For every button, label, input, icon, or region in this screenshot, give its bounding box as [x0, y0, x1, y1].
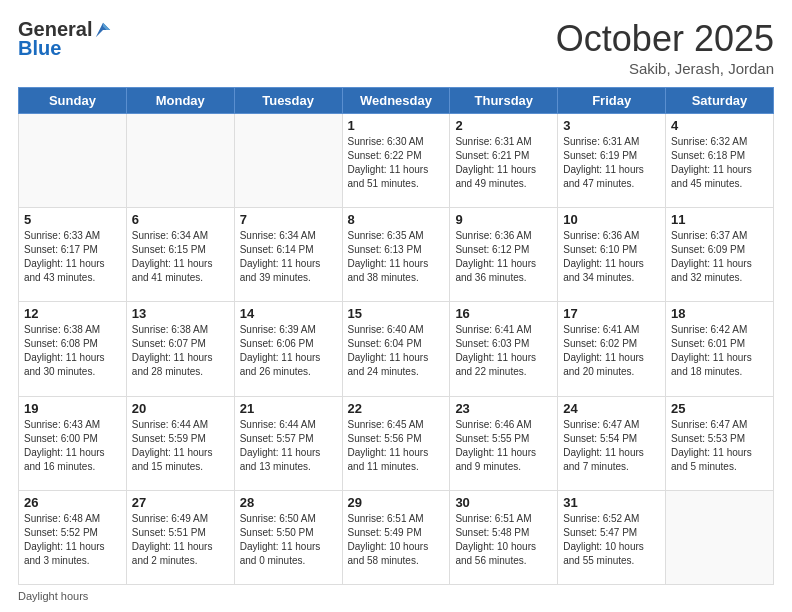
day-number: 10 — [563, 212, 660, 227]
calendar-day: 27Sunrise: 6:49 AM Sunset: 5:51 PM Dayli… — [126, 490, 234, 584]
day-info: Sunrise: 6:41 AM Sunset: 6:02 PM Dayligh… — [563, 323, 660, 379]
day-number: 27 — [132, 495, 229, 510]
calendar-week-2: 12Sunrise: 6:38 AM Sunset: 6:08 PM Dayli… — [19, 302, 774, 396]
day-number: 31 — [563, 495, 660, 510]
calendar-table: SundayMondayTuesdayWednesdayThursdayFrid… — [18, 87, 774, 585]
day-number: 30 — [455, 495, 552, 510]
day-info: Sunrise: 6:41 AM Sunset: 6:03 PM Dayligh… — [455, 323, 552, 379]
calendar-day: 22Sunrise: 6:45 AM Sunset: 5:56 PM Dayli… — [342, 396, 450, 490]
day-info: Sunrise: 6:51 AM Sunset: 5:49 PM Dayligh… — [348, 512, 445, 568]
day-info: Sunrise: 6:38 AM Sunset: 6:08 PM Dayligh… — [24, 323, 121, 379]
calendar-header-sunday: Sunday — [19, 88, 127, 114]
calendar-week-1: 5Sunrise: 6:33 AM Sunset: 6:17 PM Daylig… — [19, 208, 774, 302]
day-info: Sunrise: 6:50 AM Sunset: 5:50 PM Dayligh… — [240, 512, 337, 568]
calendar-day: 17Sunrise: 6:41 AM Sunset: 6:02 PM Dayli… — [558, 302, 666, 396]
day-number: 22 — [348, 401, 445, 416]
day-number: 1 — [348, 118, 445, 133]
day-info: Sunrise: 6:42 AM Sunset: 6:01 PM Dayligh… — [671, 323, 768, 379]
calendar-header-wednesday: Wednesday — [342, 88, 450, 114]
day-info: Sunrise: 6:48 AM Sunset: 5:52 PM Dayligh… — [24, 512, 121, 568]
day-number: 4 — [671, 118, 768, 133]
day-info: Sunrise: 6:44 AM Sunset: 5:57 PM Dayligh… — [240, 418, 337, 474]
day-info: Sunrise: 6:36 AM Sunset: 6:10 PM Dayligh… — [563, 229, 660, 285]
day-number: 15 — [348, 306, 445, 321]
calendar-day: 12Sunrise: 6:38 AM Sunset: 6:08 PM Dayli… — [19, 302, 127, 396]
day-info: Sunrise: 6:36 AM Sunset: 6:12 PM Dayligh… — [455, 229, 552, 285]
day-number: 19 — [24, 401, 121, 416]
day-info: Sunrise: 6:43 AM Sunset: 6:00 PM Dayligh… — [24, 418, 121, 474]
calendar-day: 29Sunrise: 6:51 AM Sunset: 5:49 PM Dayli… — [342, 490, 450, 584]
day-number: 13 — [132, 306, 229, 321]
day-number: 20 — [132, 401, 229, 416]
calendar-day: 31Sunrise: 6:52 AM Sunset: 5:47 PM Dayli… — [558, 490, 666, 584]
page: General Blue October 2025 Sakib, Jerash,… — [0, 0, 792, 612]
calendar-day: 15Sunrise: 6:40 AM Sunset: 6:04 PM Dayli… — [342, 302, 450, 396]
day-number: 6 — [132, 212, 229, 227]
calendar-header-monday: Monday — [126, 88, 234, 114]
calendar-day: 30Sunrise: 6:51 AM Sunset: 5:48 PM Dayli… — [450, 490, 558, 584]
day-number: 3 — [563, 118, 660, 133]
day-info: Sunrise: 6:47 AM Sunset: 5:54 PM Dayligh… — [563, 418, 660, 474]
calendar-week-3: 19Sunrise: 6:43 AM Sunset: 6:00 PM Dayli… — [19, 396, 774, 490]
calendar-day: 9Sunrise: 6:36 AM Sunset: 6:12 PM Daylig… — [450, 208, 558, 302]
calendar-day: 20Sunrise: 6:44 AM Sunset: 5:59 PM Dayli… — [126, 396, 234, 490]
day-info: Sunrise: 6:37 AM Sunset: 6:09 PM Dayligh… — [671, 229, 768, 285]
day-number: 21 — [240, 401, 337, 416]
calendar-week-4: 26Sunrise: 6:48 AM Sunset: 5:52 PM Dayli… — [19, 490, 774, 584]
day-info: Sunrise: 6:52 AM Sunset: 5:47 PM Dayligh… — [563, 512, 660, 568]
calendar-day: 25Sunrise: 6:47 AM Sunset: 5:53 PM Dayli… — [666, 396, 774, 490]
day-number: 11 — [671, 212, 768, 227]
calendar-day: 2Sunrise: 6:31 AM Sunset: 6:21 PM Daylig… — [450, 114, 558, 208]
day-info: Sunrise: 6:33 AM Sunset: 6:17 PM Dayligh… — [24, 229, 121, 285]
header: General Blue October 2025 Sakib, Jerash,… — [18, 18, 774, 77]
day-number: 12 — [24, 306, 121, 321]
calendar-day: 5Sunrise: 6:33 AM Sunset: 6:17 PM Daylig… — [19, 208, 127, 302]
calendar-day: 16Sunrise: 6:41 AM Sunset: 6:03 PM Dayli… — [450, 302, 558, 396]
day-info: Sunrise: 6:47 AM Sunset: 5:53 PM Dayligh… — [671, 418, 768, 474]
calendar-day: 1Sunrise: 6:30 AM Sunset: 6:22 PM Daylig… — [342, 114, 450, 208]
day-number: 5 — [24, 212, 121, 227]
day-number: 16 — [455, 306, 552, 321]
calendar-day — [666, 490, 774, 584]
calendar-day: 24Sunrise: 6:47 AM Sunset: 5:54 PM Dayli… — [558, 396, 666, 490]
calendar-header-saturday: Saturday — [666, 88, 774, 114]
calendar-day: 18Sunrise: 6:42 AM Sunset: 6:01 PM Dayli… — [666, 302, 774, 396]
day-info: Sunrise: 6:44 AM Sunset: 5:59 PM Dayligh… — [132, 418, 229, 474]
calendar-day: 28Sunrise: 6:50 AM Sunset: 5:50 PM Dayli… — [234, 490, 342, 584]
logo-icon — [94, 21, 112, 39]
footer-note: Daylight hours — [18, 590, 774, 602]
day-number: 26 — [24, 495, 121, 510]
day-info: Sunrise: 6:32 AM Sunset: 6:18 PM Dayligh… — [671, 135, 768, 191]
title-block: October 2025 Sakib, Jerash, Jordan — [556, 18, 774, 77]
logo-blue-text: Blue — [18, 37, 61, 60]
calendar-day — [19, 114, 127, 208]
day-number: 29 — [348, 495, 445, 510]
calendar-header-friday: Friday — [558, 88, 666, 114]
day-info: Sunrise: 6:30 AM Sunset: 6:22 PM Dayligh… — [348, 135, 445, 191]
day-info: Sunrise: 6:45 AM Sunset: 5:56 PM Dayligh… — [348, 418, 445, 474]
calendar-day: 10Sunrise: 6:36 AM Sunset: 6:10 PM Dayli… — [558, 208, 666, 302]
day-number: 28 — [240, 495, 337, 510]
day-number: 7 — [240, 212, 337, 227]
day-info: Sunrise: 6:31 AM Sunset: 6:21 PM Dayligh… — [455, 135, 552, 191]
calendar-day: 19Sunrise: 6:43 AM Sunset: 6:00 PM Dayli… — [19, 396, 127, 490]
day-number: 18 — [671, 306, 768, 321]
day-number: 9 — [455, 212, 552, 227]
day-info: Sunrise: 6:31 AM Sunset: 6:19 PM Dayligh… — [563, 135, 660, 191]
calendar-day: 13Sunrise: 6:38 AM Sunset: 6:07 PM Dayli… — [126, 302, 234, 396]
calendar-day: 14Sunrise: 6:39 AM Sunset: 6:06 PM Dayli… — [234, 302, 342, 396]
day-number: 17 — [563, 306, 660, 321]
calendar-day: 26Sunrise: 6:48 AM Sunset: 5:52 PM Dayli… — [19, 490, 127, 584]
calendar-day: 6Sunrise: 6:34 AM Sunset: 6:15 PM Daylig… — [126, 208, 234, 302]
day-info: Sunrise: 6:39 AM Sunset: 6:06 PM Dayligh… — [240, 323, 337, 379]
calendar-day: 21Sunrise: 6:44 AM Sunset: 5:57 PM Dayli… — [234, 396, 342, 490]
day-number: 8 — [348, 212, 445, 227]
logo: General Blue — [18, 18, 112, 60]
day-number: 25 — [671, 401, 768, 416]
day-number: 14 — [240, 306, 337, 321]
day-info: Sunrise: 6:35 AM Sunset: 6:13 PM Dayligh… — [348, 229, 445, 285]
calendar-day: 23Sunrise: 6:46 AM Sunset: 5:55 PM Dayli… — [450, 396, 558, 490]
calendar-day: 8Sunrise: 6:35 AM Sunset: 6:13 PM Daylig… — [342, 208, 450, 302]
calendar-header-tuesday: Tuesday — [234, 88, 342, 114]
calendar-week-0: 1Sunrise: 6:30 AM Sunset: 6:22 PM Daylig… — [19, 114, 774, 208]
